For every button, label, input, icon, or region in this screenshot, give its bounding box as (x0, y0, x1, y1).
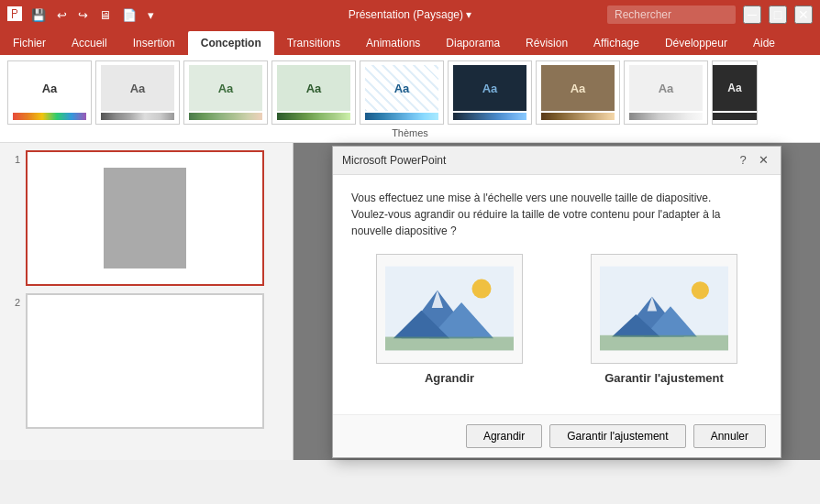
theme-color-bar-5 (365, 113, 438, 120)
dialog-option-img-garantir (591, 254, 737, 364)
theme-color-bar-8 (629, 113, 703, 120)
tab-transitions[interactable]: Transitions (274, 31, 353, 55)
svg-rect-13 (600, 335, 728, 351)
window-title: Présentation (Paysage) ▾ (349, 8, 472, 21)
app-icon: 🅿 (7, 6, 22, 23)
themes-row: Aa Aa Aa Aa (7, 60, 813, 125)
dialog: Microsoft PowerPoint ? ✕ Vous effectuez … (332, 146, 781, 458)
theme-preview-8: Aa (629, 65, 703, 111)
theme-item-2[interactable]: Aa (95, 60, 180, 125)
dialog-options: Agrandir (351, 254, 762, 385)
search-input[interactable] (607, 5, 736, 24)
theme-item-3[interactable]: Aa (183, 60, 268, 125)
theme-item-1[interactable]: Aa (7, 60, 92, 125)
minimize-button[interactable]: ─ (743, 5, 761, 24)
slide-placeholder-rect (104, 168, 186, 268)
dialog-option-label-agrandir: Agrandir (425, 371, 474, 385)
theme-item-5[interactable]: Aa (360, 60, 444, 125)
dialog-title-controls: ? ✕ (735, 152, 771, 169)
theme-item-9[interactable]: Aa (712, 60, 758, 125)
tab-animations[interactable]: Animations (353, 31, 433, 55)
dialog-option-label-garantir: Garantir l'ajustement (604, 371, 724, 385)
ribbon: Fichier Accueil Insertion Conception Tra… (0, 29, 820, 143)
tab-revision[interactable]: Révision (513, 31, 581, 55)
theme-item-4[interactable]: Aa (271, 60, 356, 125)
dialog-option-agrandir[interactable]: Agrandir (351, 254, 548, 385)
slide-thumb-2: 2 (7, 293, 285, 429)
dialog-help-button[interactable]: ? (735, 152, 751, 169)
theme-preview-1: Aa (13, 65, 86, 111)
save-button[interactable]: 💾 (28, 6, 50, 24)
maximize-button[interactable]: □ (769, 5, 787, 24)
theme-color-bar-4 (277, 113, 350, 120)
title-bar: 🅿 💾 ↩ ↪ 🖥 📄 ▾ Présentation (Paysage) ▾ ─… (0, 0, 820, 29)
quick-access-toolbar: 💾 ↩ ↪ 🖥 📄 ▾ (28, 6, 158, 24)
slide-num-2: 2 (7, 293, 20, 308)
dialog-option-garantir[interactable]: Garantir l'ajustement (566, 254, 762, 385)
dialog-overlay: Microsoft PowerPoint ? ✕ Vous effectuez … (294, 143, 820, 460)
slide-image-1[interactable] (26, 150, 264, 286)
quickaccess-more-button[interactable]: ▾ (144, 6, 158, 24)
theme-item-6[interactable]: Aa (448, 60, 532, 125)
theme-preview-7: Aa (541, 65, 615, 111)
tab-fichier[interactable]: Fichier (0, 31, 59, 55)
dialog-title: Microsoft PowerPoint (342, 154, 446, 167)
btn-annuler[interactable]: Annuler (693, 424, 766, 448)
tab-insertion[interactable]: Insertion (120, 31, 188, 55)
redo-button[interactable]: ↪ (74, 6, 92, 24)
ribbon-tabs: Fichier Accueil Insertion Conception Tra… (0, 29, 820, 55)
tab-developpeur[interactable]: Développeur (652, 31, 740, 55)
dialog-close-button[interactable]: ✕ (755, 152, 771, 169)
title-bar-right: ─ □ ✕ (607, 5, 813, 24)
theme-preview-2: Aa (101, 65, 174, 111)
theme-color-bar-7 (541, 113, 615, 120)
theme-item-7[interactable]: Aa (536, 60, 620, 125)
slide-image-2[interactable] (26, 293, 264, 429)
theme-preview-5: Aa (365, 65, 438, 111)
tab-diaporama[interactable]: Diaporama (433, 31, 513, 55)
present-button[interactable]: 🖥 (95, 6, 115, 24)
theme-color-bar-9 (712, 113, 758, 120)
theme-color-bar-2 (101, 113, 174, 120)
theme-color-bar-3 (189, 113, 262, 120)
tab-affichage[interactable]: Affichage (581, 31, 652, 55)
slide-num-1: 1 (7, 150, 20, 165)
btn-agrandir[interactable]: Agrandir (466, 424, 542, 448)
svg-rect-6 (385, 337, 514, 351)
title-bar-left: 🅿 💾 ↩ ↪ 🖥 📄 ▾ (7, 6, 158, 24)
dialog-title-bar: Microsoft PowerPoint ? ✕ (333, 147, 781, 175)
svg-point-4 (472, 279, 492, 299)
theme-color-bar-6 (453, 113, 526, 120)
themes-label: Thèmes (7, 125, 813, 142)
main-area: 1 2 Microsoft PowerPoint ? ✕ (0, 143, 820, 460)
new-button[interactable]: 📄 (118, 6, 140, 24)
theme-color-bar-1 (13, 113, 86, 120)
close-button[interactable]: ✕ (794, 5, 813, 24)
svg-point-11 (692, 281, 709, 299)
undo-button[interactable]: ↩ (53, 6, 71, 24)
theme-preview-3: Aa (189, 65, 262, 111)
dialog-body: Vous effectuez une mise à l'échelle vers… (333, 175, 781, 414)
tab-aide[interactable]: Aide (740, 31, 788, 55)
slide-thumb-1: 1 (7, 150, 285, 286)
theme-preview-9: Aa (712, 65, 758, 111)
theme-preview-6: Aa (453, 65, 526, 111)
btn-garantir[interactable]: Garantir l'ajustement (549, 424, 685, 448)
dialog-message: Vous effectuez une mise à l'échelle vers… (351, 190, 762, 239)
canvas-area: Microsoft PowerPoint ? ✕ Vous effectuez … (294, 143, 820, 460)
dialog-footer: Agrandir Garantir l'ajustement Annuler (333, 414, 781, 457)
tab-accueil[interactable]: Accueil (59, 31, 120, 55)
theme-preview-4: Aa (277, 65, 350, 111)
slide-panel: 1 2 (0, 143, 294, 460)
themes-section: Aa Aa Aa Aa (0, 55, 820, 142)
dialog-option-img-agrandir (376, 254, 523, 364)
theme-item-8[interactable]: Aa (624, 60, 708, 125)
tab-conception[interactable]: Conception (188, 31, 274, 55)
